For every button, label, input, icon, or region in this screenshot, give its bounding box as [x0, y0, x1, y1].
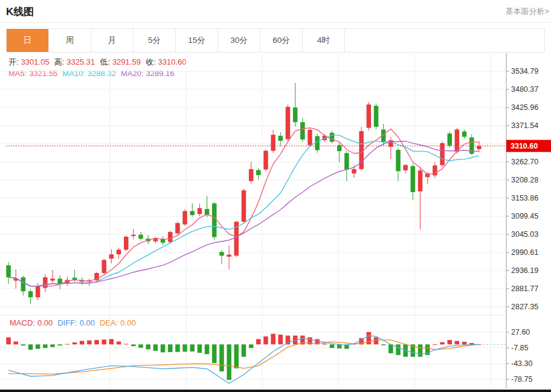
candle-body	[198, 208, 202, 214]
candle-body	[57, 278, 62, 283]
macd-bar	[6, 338, 10, 345]
candle-body	[227, 255, 231, 257]
macd-bar	[219, 344, 224, 371]
price-axis-label: 2936.19	[511, 266, 538, 275]
candle-body	[300, 122, 305, 140]
macd-bar	[146, 344, 151, 349]
macd-axis-label: -7.85	[511, 344, 529, 352]
macd-bar	[13, 341, 18, 344]
macd-bar	[87, 341, 92, 345]
macd-bar	[249, 344, 254, 348]
macd-bar	[138, 344, 143, 348]
candle-body	[308, 130, 312, 145]
candle-body	[242, 190, 246, 222]
fundamental-analysis-link[interactable]: 基本面分析>	[505, 6, 549, 17]
macd-bar	[440, 342, 445, 345]
macd-bar	[205, 344, 210, 354]
macd-bar	[242, 344, 246, 357]
candle-body	[279, 136, 283, 141]
candle-body	[462, 132, 467, 137]
macd-bar	[323, 344, 327, 345]
price-axis-label: 2827.35	[511, 303, 538, 311]
tab-4时[interactable]: 4时	[303, 29, 345, 52]
price-axis-label: 3425.96	[511, 103, 538, 112]
candle-body	[263, 151, 268, 170]
macd-bar	[212, 344, 217, 363]
tabbar-filler	[345, 29, 544, 52]
tab-周[interactable]: 周	[49, 29, 91, 52]
macd-bar	[286, 336, 291, 345]
macd-bar	[182, 344, 187, 352]
macd-bar	[28, 344, 33, 350]
macd-bar	[337, 344, 342, 349]
macd-bar	[109, 339, 114, 344]
macd-bar	[330, 344, 335, 348]
candle-body	[138, 235, 143, 239]
macd-bar	[418, 344, 423, 357]
price-axis-label: 2881.77	[511, 284, 538, 293]
gridlines	[0, 53, 506, 388]
macd-bar	[271, 334, 276, 345]
price-axis: 3534.793480.373425.963371.543262.703208.…	[506, 53, 538, 388]
candle-body	[6, 265, 10, 277]
tab-15分[interactable]: 15分	[176, 29, 218, 52]
candle-body	[182, 211, 187, 224]
macd-bar	[190, 344, 195, 352]
macd-bar	[462, 342, 467, 344]
candle-body	[50, 278, 55, 280]
macd-bar	[36, 344, 40, 349]
macd-bar	[72, 342, 77, 344]
macd-bar	[198, 344, 202, 353]
svg-text:3310.60: 3310.60	[511, 142, 538, 150]
candle-body	[374, 106, 379, 127]
macd-axis-label: 27.60	[511, 328, 530, 336]
kline-page: K线图 基本面分析> 日周月5分15分30分60分4时 开:3301.05高:3…	[0, 0, 551, 392]
candle-body	[109, 254, 114, 259]
price-axis-label: 3208.28	[511, 176, 538, 184]
candle-body	[249, 169, 254, 181]
candle-body	[418, 170, 423, 191]
candle-body	[28, 291, 33, 297]
macd-axis-label: -78.75	[511, 375, 532, 384]
kline-chart[interactable]: 3534.793480.373425.963371.543262.703208.…	[0, 53, 551, 392]
macd-bar	[433, 344, 437, 345]
macd-bar	[153, 344, 158, 351]
candle-body	[21, 277, 26, 291]
macd-bar	[279, 335, 283, 344]
macd-bar	[234, 344, 239, 368]
period-tabbar: 日周月5分15分30分60分4时	[6, 28, 545, 53]
candle-body	[455, 129, 460, 152]
candle-body	[131, 235, 136, 236]
tab-月[interactable]: 月	[91, 29, 134, 52]
candle-body	[271, 135, 276, 151]
tab-5分[interactable]: 5分	[134, 29, 176, 52]
macd-bar	[21, 344, 26, 345]
macd-bar	[168, 344, 173, 352]
macd-bar	[131, 344, 136, 346]
macd-bar	[367, 332, 372, 345]
price-axis-label: 3534.79	[511, 67, 538, 76]
macd-bar	[43, 344, 48, 348]
page-title: K线图	[6, 5, 34, 19]
tab-30分[interactable]: 30分	[218, 29, 260, 52]
macd-axis-label: -43.30	[511, 359, 532, 368]
macd-bar	[94, 340, 99, 344]
candle-body	[293, 108, 298, 122]
candle-body	[153, 239, 158, 241]
diff-line	[8, 336, 479, 384]
candle-body	[344, 153, 349, 170]
candle-body	[117, 249, 121, 254]
macd-bar	[65, 344, 70, 345]
tab-日[interactable]: 日	[7, 29, 49, 52]
price-axis-label: 3153.86	[511, 194, 538, 202]
candle-body	[477, 146, 482, 149]
candle-body	[175, 223, 180, 233]
candle-body	[190, 211, 195, 215]
candle-body	[448, 133, 453, 146]
tab-60分[interactable]: 60分	[260, 29, 303, 52]
candle-body	[403, 165, 408, 170]
macd-bar	[455, 341, 460, 344]
title-divider	[0, 22, 551, 23]
price-axis-label: 3099.45	[511, 212, 538, 220]
price-axis-label: 2990.61	[511, 248, 538, 257]
